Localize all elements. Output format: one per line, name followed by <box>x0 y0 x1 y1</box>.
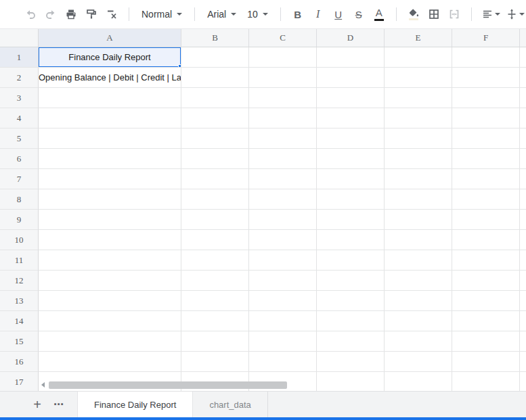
cell-a15[interactable] <box>39 331 181 352</box>
cell-c15[interactable] <box>249 331 317 352</box>
cell-e4[interactable] <box>385 108 452 129</box>
cell-a10[interactable] <box>39 230 181 250</box>
cell-f6[interactable] <box>452 149 520 169</box>
cell-b3[interactable] <box>181 88 249 108</box>
cell-c8[interactable] <box>249 189 317 210</box>
cell-b16[interactable] <box>181 352 249 372</box>
cell-d7[interactable] <box>317 169 385 189</box>
row-header-13[interactable]: 13 <box>0 291 39 311</box>
horizontal-align-button[interactable] <box>479 4 503 24</box>
cell-b5[interactable] <box>181 129 249 149</box>
cell-d10[interactable] <box>317 230 385 250</box>
row-header-12[interactable]: 12 <box>0 271 39 291</box>
cell-e12[interactable] <box>385 271 452 291</box>
cell-f11[interactable] <box>452 250 520 271</box>
cell-a13[interactable] <box>39 291 181 311</box>
underline-button[interactable]: U <box>328 4 349 24</box>
cell-d9[interactable] <box>317 210 385 230</box>
cell-d4[interactable] <box>317 108 385 129</box>
cell-f16[interactable] <box>452 352 520 372</box>
cell-d3[interactable] <box>317 88 385 108</box>
cell-e6[interactable] <box>385 149 452 169</box>
cell-e1[interactable] <box>385 47 452 68</box>
cell-c14[interactable] <box>249 311 317 331</box>
cell-e9[interactable] <box>385 210 452 230</box>
row-header-8[interactable]: 8 <box>0 189 39 210</box>
cell-b14[interactable] <box>181 311 249 331</box>
cell-e16[interactable] <box>385 352 452 372</box>
redo-button[interactable] <box>41 4 61 24</box>
horizontal-scrollbar-thumb[interactable] <box>49 381 287 389</box>
column-header-e[interactable]: E <box>385 29 452 47</box>
row-header-6[interactable]: 6 <box>0 149 39 169</box>
cell-f2[interactable] <box>452 68 520 88</box>
cell-f14[interactable] <box>452 311 520 331</box>
font-family-dropdown[interactable]: Arial <box>202 4 242 24</box>
scroll-left-arrow-icon[interactable] <box>39 381 47 389</box>
cell-a12[interactable] <box>39 271 181 291</box>
cell-c10[interactable] <box>249 230 317 250</box>
row-header-2[interactable]: 2 <box>0 68 39 88</box>
row-header-7[interactable]: 7 <box>0 169 39 189</box>
row-header-1[interactable]: 1 <box>0 47 39 68</box>
cell-f1[interactable] <box>452 47 520 68</box>
cell-f8[interactable] <box>452 189 520 210</box>
cell-c16[interactable] <box>249 352 317 372</box>
cell-b11[interactable] <box>181 250 249 271</box>
cell-e10[interactable] <box>385 230 452 250</box>
undo-button[interactable] <box>20 4 41 24</box>
cell-b12[interactable] <box>181 271 249 291</box>
cell-c5[interactable] <box>249 129 317 149</box>
cell-c9[interactable] <box>249 210 317 230</box>
cell-a5[interactable] <box>39 129 181 149</box>
column-header-a[interactable]: A <box>39 29 181 47</box>
cell-d5[interactable] <box>317 129 385 149</box>
strikethrough-button[interactable]: S <box>349 4 369 24</box>
clear-format-button[interactable] <box>102 4 122 24</box>
cell-d2[interactable] <box>317 68 385 88</box>
cell-d12[interactable] <box>317 271 385 291</box>
cell-a14[interactable] <box>39 311 181 331</box>
cell-f4[interactable] <box>452 108 520 129</box>
cell-b1[interactable] <box>181 47 249 68</box>
cell-e13[interactable] <box>385 291 452 311</box>
cell-b13[interactable] <box>181 291 249 311</box>
cell-c6[interactable] <box>249 149 317 169</box>
cell-f13[interactable] <box>452 291 520 311</box>
cell-f5[interactable] <box>452 129 520 149</box>
cell-a2[interactable]: Opening Balance | Debit | Credit | Last … <box>39 68 181 88</box>
cell-e14[interactable] <box>385 311 452 331</box>
cell-b15[interactable] <box>181 331 249 352</box>
cell-b9[interactable] <box>181 210 249 230</box>
cell-b10[interactable] <box>181 230 249 250</box>
cell-c11[interactable] <box>249 250 317 271</box>
bold-button[interactable]: B <box>288 4 308 24</box>
cell-a3[interactable] <box>39 88 181 108</box>
cell-c2[interactable] <box>249 68 317 88</box>
cell-a6[interactable] <box>39 149 181 169</box>
column-header-f[interactable]: F <box>452 29 520 47</box>
column-header-d[interactable]: D <box>317 29 385 47</box>
row-header-9[interactable]: 9 <box>0 210 39 230</box>
cell-e15[interactable] <box>385 331 452 352</box>
cell-a11[interactable] <box>39 250 181 271</box>
row-header-11[interactable]: 11 <box>0 250 39 271</box>
fill-color-button[interactable] <box>403 4 424 24</box>
print-button[interactable] <box>61 4 81 24</box>
cell-d16[interactable] <box>317 352 385 372</box>
row-header-17[interactable]: 17 <box>0 372 39 391</box>
row-header-15[interactable]: 15 <box>0 331 39 352</box>
row-header-5[interactable]: 5 <box>0 129 39 149</box>
paint-format-button[interactable] <box>81 4 102 24</box>
text-color-button[interactable]: A <box>369 4 389 24</box>
cell-f3[interactable] <box>452 88 520 108</box>
all-sheets-button[interactable]: ⋯ <box>50 396 68 413</box>
cell-c13[interactable] <box>249 291 317 311</box>
column-header-b[interactable]: B <box>181 29 249 47</box>
cell-a7[interactable] <box>39 169 181 189</box>
cell-c12[interactable] <box>249 271 317 291</box>
cell-d1[interactable] <box>317 47 385 68</box>
cell-f7[interactable] <box>452 169 520 189</box>
cell-b8[interactable] <box>181 189 249 210</box>
cell-d13[interactable] <box>317 291 385 311</box>
